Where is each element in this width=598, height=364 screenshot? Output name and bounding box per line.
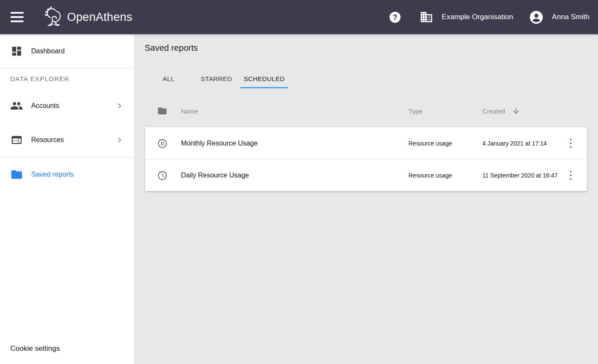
sidebar-item-saved-reports[interactable]: Saved reports: [0, 157, 134, 192]
folder-column-icon: [157, 106, 167, 116]
row-actions-menu-icon[interactable]: [566, 169, 576, 182]
column-header-name[interactable]: Name: [181, 108, 408, 115]
report-created: 4 January 2021 at 17:14: [482, 140, 566, 147]
sidebar-section-data-explorer: DATA EXPLORER: [0, 69, 134, 89]
page-title: Saved reports: [145, 43, 586, 53]
sidebar-item-label: Accounts: [31, 102, 59, 110]
chevron-right-icon: [114, 101, 125, 111]
tab-bar: ALL STARRED SCHEDULED: [145, 69, 586, 88]
brand-name: OpenAthens: [67, 11, 132, 24]
main-content: Saved reports ALL STARRED SCHEDULED Name…: [134, 34, 598, 364]
user-name: Anna Smith: [552, 13, 589, 21]
help-button[interactable]: ?: [388, 11, 402, 24]
report-name: Monthly Resource Usage: [181, 140, 408, 147]
chevron-right-icon: [114, 135, 125, 145]
tab-scheduled[interactable]: SCHEDULED: [240, 69, 288, 88]
hamburger-menu-icon[interactable]: [11, 12, 25, 22]
scheduled-clock-icon: [157, 170, 167, 181]
organisation-icon: [420, 10, 433, 24]
user-avatar-icon: [529, 10, 543, 24]
report-name: Daily Resource Usage: [181, 172, 408, 179]
sidebar-item-accounts[interactable]: Accounts: [0, 89, 134, 123]
accounts-icon: [10, 99, 23, 112]
openathens-logo-icon: [42, 5, 64, 29]
table-header-row: Name Type Created: [145, 100, 587, 122]
cookie-settings-link[interactable]: Cookie settings: [10, 344, 60, 353]
app-bar: OpenAthens ? Example Organisation Anna S…: [0, 0, 598, 34]
column-header-type[interactable]: Type: [408, 108, 482, 115]
sidebar-item-dashboard[interactable]: Dashboard: [0, 34, 134, 68]
folder-icon: [10, 168, 23, 181]
dashboard-icon: [10, 45, 23, 58]
column-header-created[interactable]: Created: [482, 107, 566, 115]
sort-descending-icon: [512, 107, 520, 115]
organisation-name: Example Organisation: [442, 13, 513, 21]
sidebar: Dashboard DATA EXPLORER Accounts Resourc…: [0, 34, 134, 364]
sidebar-item-label: Resources: [31, 136, 64, 144]
paused-schedule-icon: [157, 138, 167, 149]
table-row[interactable]: Daily Resource Usage Resource usage 11 S…: [145, 159, 587, 191]
report-created: 11 September 2020 at 16:47: [482, 172, 566, 179]
report-type: Resource usage: [408, 172, 482, 179]
sidebar-item-label: Saved reports: [31, 171, 74, 178]
tab-starred[interactable]: STARRED: [193, 69, 240, 88]
help-icon: ?: [388, 11, 402, 24]
resources-icon: [10, 134, 23, 146]
saved-reports-list: Monthly Resource Usage Resource usage 4 …: [145, 127, 587, 191]
organisation-switcher[interactable]: Example Organisation: [420, 10, 513, 24]
report-type: Resource usage: [408, 140, 482, 147]
row-actions-menu-icon[interactable]: [566, 137, 576, 150]
user-menu[interactable]: Anna Smith: [529, 10, 589, 24]
tab-all[interactable]: ALL: [145, 69, 193, 88]
svg-text:?: ?: [393, 13, 397, 21]
sidebar-item-resources[interactable]: Resources: [0, 123, 134, 157]
table-row[interactable]: Monthly Resource Usage Resource usage 4 …: [145, 127, 587, 159]
sidebar-item-label: Dashboard: [31, 47, 64, 55]
openathens-logo: OpenAthens: [42, 5, 132, 29]
